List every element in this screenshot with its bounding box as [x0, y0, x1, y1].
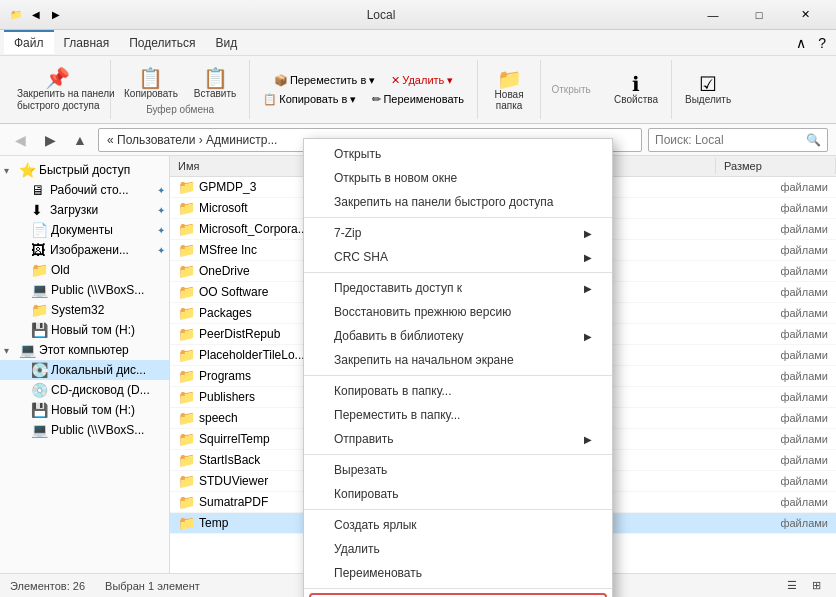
cm-move-to[interactable]: Переместить в папку... [304, 403, 612, 427]
cm-properties[interactable]: Свойства [304, 592, 612, 597]
tree-item-this-pc[interactable]: ▾ 💻 Этот компьютер [0, 340, 169, 360]
cm-create-shortcut[interactable]: Создать ярлык [304, 513, 612, 537]
tree-item-local-disk[interactable]: 💽 Локальный дис... [0, 360, 169, 380]
cm-crc[interactable]: CRC SHA▶ [304, 245, 612, 269]
file-size: файлами [716, 201, 836, 215]
cm-open[interactable]: Открыть [304, 142, 612, 166]
tree-label: Новый том (H:) [51, 323, 135, 337]
detail-view-button[interactable]: ⊞ [806, 576, 826, 596]
cm-copy[interactable]: Копировать [304, 482, 612, 506]
back-icon[interactable]: ◀ [28, 7, 44, 23]
select-icon: ☑ [699, 74, 717, 94]
menu-view[interactable]: Вид [205, 32, 247, 54]
rename-button[interactable]: ✏ Переименовать [365, 90, 471, 109]
tree-item-system32[interactable]: 📁 System32 [0, 300, 169, 320]
tree-label: Этот компьютер [39, 343, 129, 357]
pin-quick-access-button[interactable]: 📌 Закрепить на панелибыстрого доступа [10, 65, 104, 115]
file-name: Temp [199, 516, 228, 530]
back-button[interactable]: ◀ [8, 128, 32, 152]
properties-label: Свойства [614, 94, 658, 105]
ribbon-expand-icon[interactable]: ∧ [790, 33, 812, 53]
file-size: файлами [716, 411, 836, 425]
file-size: файлами [716, 432, 836, 446]
forward-button[interactable]: ▶ [38, 128, 62, 152]
copy-to-button[interactable]: 📋 Копировать в ▾ [256, 90, 363, 109]
delete-icon: ✕ [391, 74, 400, 87]
star-icon: ⭐ [19, 162, 36, 178]
folder-icon: 📁 [178, 326, 195, 342]
search-icon: 🔍 [806, 133, 821, 147]
docs-icon: 📄 [31, 222, 48, 238]
cm-7zip[interactable]: 7-Zip▶ [304, 221, 612, 245]
file-name: Microsoft [199, 201, 248, 215]
minimize-button[interactable]: — [690, 0, 736, 30]
tree-item-documents[interactable]: 📄 Документы ✦ [0, 220, 169, 240]
move-to-button[interactable]: 📦 Переместить в ▾ [267, 71, 382, 90]
folder-icon: 📁 [8, 7, 24, 23]
drive2-icon: 💾 [31, 402, 48, 418]
drive-icon: 💾 [31, 322, 48, 338]
file-name: OO Software [199, 285, 268, 299]
menu-file[interactable]: Файл [4, 30, 54, 54]
tree-item-quick-access[interactable]: ▾ ⭐ Быстрый доступ [0, 160, 169, 180]
select-button[interactable]: ☑ Выделить [678, 71, 738, 108]
menu-share[interactable]: Поделиться [119, 32, 205, 54]
tree-item-newtom-h[interactable]: 💾 Новый том (H:) [0, 320, 169, 340]
new-folder-button[interactable]: 📁 Новаяпапка [484, 66, 534, 114]
cm-cut[interactable]: Вырезать [304, 458, 612, 482]
cm-share[interactable]: Предоставить доступ к▶ [304, 276, 612, 300]
toolbar-group-new: 📁 Новаяпапка [478, 60, 541, 119]
paste-button[interactable]: 📋 Вставить [187, 65, 243, 102]
cm-pin-start[interactable]: Закрепить на начальном экране [304, 348, 612, 372]
hdd-icon: 💽 [31, 362, 48, 378]
file-size: файлами [716, 285, 836, 299]
select-label: Выделить [685, 94, 731, 105]
close-button[interactable]: ✕ [782, 0, 828, 30]
cm-copy-label: Копировать [334, 487, 399, 501]
maximize-button[interactable]: □ [736, 0, 782, 30]
cm-open-new-window[interactable]: Открыть в новом окне [304, 166, 612, 190]
search-box: 🔍 [648, 128, 828, 152]
cm-send[interactable]: Отправить▶ [304, 427, 612, 451]
cm-delete[interactable]: Удалить [304, 537, 612, 561]
tree-label: Быстрый доступ [39, 163, 130, 177]
tree-item-downloads[interactable]: ⬇ Загрузки ✦ [0, 200, 169, 220]
tree-item-images[interactable]: 🖼 Изображени... ✦ [0, 240, 169, 260]
help-icon[interactable]: ? [812, 33, 832, 53]
pc-icon: 💻 [19, 342, 36, 358]
cm-restore[interactable]: Восстановить прежнюю версию [304, 300, 612, 324]
tree-label: Рабочий сто... [50, 183, 129, 197]
tree-item-public-vbox[interactable]: 💻 Public (\\VBoxS... [0, 280, 169, 300]
cm-pin-quick[interactable]: Закрепить на панели быстрого доступа [304, 190, 612, 214]
organize-row2: 📋 Копировать в ▾ ✏ Переименовать [256, 90, 471, 109]
pin-indicator: ✦ [157, 185, 165, 196]
properties-button[interactable]: ℹ Свойства [607, 71, 665, 108]
menu-home[interactable]: Главная [54, 32, 120, 54]
organize-row1: 📦 Переместить в ▾ ✕ Удалить ▾ [267, 71, 460, 90]
folder-icon: 📁 [178, 410, 195, 426]
tree-item-desktop[interactable]: 🖥 Рабочий сто... ✦ [0, 180, 169, 200]
cm-open-label: Открыть [334, 147, 381, 161]
search-input[interactable] [655, 133, 806, 147]
col-size[interactable]: Размер [716, 158, 836, 174]
toolbar-group-clipboard: 📋 Копировать 📋 Вставить Буфер обмена [111, 60, 250, 119]
delete-button[interactable]: ✕ Удалить ▾ [384, 71, 460, 90]
up-button[interactable]: ▲ [68, 128, 92, 152]
cd-icon: 💿 [31, 382, 48, 398]
cm-pin-start-label: Закрепить на начальном экране [334, 353, 514, 367]
cm-delete-label: Удалить [334, 542, 380, 556]
clipboard-row: 📋 Копировать 📋 Вставить [117, 65, 243, 102]
tree-item-public2[interactable]: 💻 Public (\\VBoxS... [0, 420, 169, 440]
forward-icon[interactable]: ▶ [48, 7, 64, 23]
tree-label: Документы [51, 223, 113, 237]
tree-item-newtom-h2[interactable]: 💾 Новый том (H:) [0, 400, 169, 420]
cm-rename[interactable]: Переименовать [304, 561, 612, 585]
clipboard-label: Буфер обмена [146, 104, 214, 115]
cm-add-library[interactable]: Добавить в библиотеку▶ [304, 324, 612, 348]
tree-item-old[interactable]: 📁 Old [0, 260, 169, 280]
tree-label: Загрузки [50, 203, 98, 217]
list-view-button[interactable]: ☰ [782, 576, 802, 596]
cm-copy-to[interactable]: Копировать в папку... [304, 379, 612, 403]
tree-item-cd[interactable]: 💿 CD-дисковод (D... [0, 380, 169, 400]
copy-button[interactable]: 📋 Копировать [117, 65, 185, 102]
